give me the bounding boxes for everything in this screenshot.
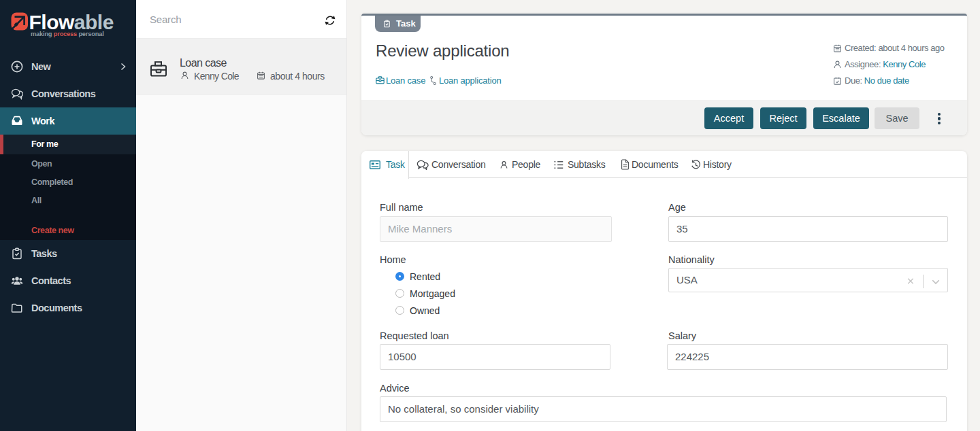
svg-text:making process personal: making process personal: [31, 31, 104, 37]
